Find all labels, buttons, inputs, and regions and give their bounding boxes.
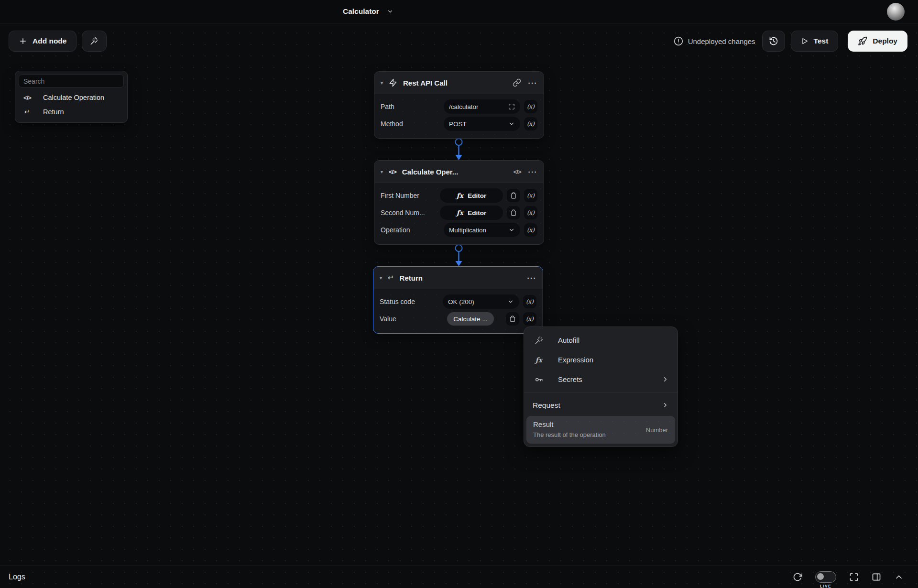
field-label: First Number xyxy=(381,192,440,199)
history-icon xyxy=(769,36,778,46)
value-reference-chip[interactable]: Calculate ... xyxy=(447,312,493,326)
field-label: Value xyxy=(380,315,439,323)
toolbar-right: Undeployed changes Test Deploy xyxy=(674,31,907,52)
fx-icon: ƒx xyxy=(533,356,545,364)
field-row-path: Path /calculator (x) xyxy=(381,98,537,115)
connector xyxy=(452,243,466,267)
fullscreen-button[interactable] xyxy=(849,572,859,582)
field-label: Second Num... xyxy=(381,209,440,217)
first-number-editor-button[interactable]: ƒx Editor xyxy=(440,188,503,203)
more-menu-button[interactable]: ··· xyxy=(527,274,537,282)
toggle-knob xyxy=(817,573,824,580)
search-item-return[interactable]: ↵ Return xyxy=(19,105,124,119)
value-chip-label: Calculate ... xyxy=(453,316,487,323)
live-toggle[interactable]: LIVE xyxy=(815,571,836,588)
editor-label: Editor xyxy=(468,209,486,217)
menu-item-autofill[interactable]: Autofill xyxy=(524,330,678,350)
menu-item-label: Request xyxy=(533,401,662,410)
field-label: Path xyxy=(381,103,444,110)
expression-toggle-button[interactable]: (x) xyxy=(524,100,537,113)
collapse-caret-icon[interactable]: ▾ xyxy=(381,169,383,174)
live-label: LIVE xyxy=(820,584,831,588)
node-header[interactable]: ▾ Rest API Call ··· xyxy=(374,72,544,94)
key-icon xyxy=(533,375,545,384)
expression-toggle-button[interactable]: (x) xyxy=(524,189,537,202)
return-icon: ↵ xyxy=(388,273,394,282)
expression-toggle-button[interactable]: (x) xyxy=(524,117,537,131)
expression-toggle-button[interactable]: (x) xyxy=(523,312,536,326)
expression-toggle-button[interactable]: (x) xyxy=(523,295,536,308)
status-code-select[interactable]: OK (200) xyxy=(443,294,519,309)
expression-toggle-button[interactable]: (x) xyxy=(524,206,537,219)
test-label: Test xyxy=(814,37,829,45)
collapse-caret-icon[interactable]: ▾ xyxy=(380,275,382,281)
expand-logs-button[interactable] xyxy=(894,572,904,582)
search-item-calculate-operation[interactable]: </> Calculate Operation xyxy=(19,90,124,105)
chevron-down-icon xyxy=(508,120,515,127)
avatar[interactable] xyxy=(887,3,905,21)
trash-icon xyxy=(510,192,517,199)
more-menu-button[interactable]: ··· xyxy=(528,79,538,87)
link-icon[interactable] xyxy=(513,78,521,87)
menu-item-label: Secrets xyxy=(558,375,662,383)
result-type-badge: Number xyxy=(646,426,668,434)
workflow-title-dropdown[interactable]: Calculator xyxy=(343,0,393,23)
undeployed-status: Undeployed changes xyxy=(674,36,755,46)
zap-icon xyxy=(389,78,397,87)
node-header[interactable]: ▾ </> Calculate Oper... </> ··· xyxy=(374,161,544,183)
field-row-second-number: Second Num... ƒx Editor (x) xyxy=(381,204,537,221)
undeployed-label: Undeployed changes xyxy=(688,37,755,45)
code-icon: </> xyxy=(22,94,32,101)
output-port[interactable] xyxy=(456,139,462,145)
trash-icon xyxy=(509,316,516,322)
node-body: First Number ƒx Editor (x) Second Num...… xyxy=(374,183,544,244)
deploy-button[interactable]: Deploy xyxy=(848,31,907,52)
wand-icon xyxy=(533,336,545,345)
search-item-label: Return xyxy=(43,108,64,116)
menu-item-secrets[interactable]: Secrets xyxy=(524,370,678,389)
status-code-value: OK (200) xyxy=(448,298,507,305)
fx-icon: ƒx xyxy=(457,192,463,199)
path-input[interactable]: /calculator xyxy=(444,99,520,114)
ai-wand-button[interactable] xyxy=(82,31,107,52)
top-bar: Calculator xyxy=(0,0,918,23)
logs-label: Logs xyxy=(9,573,25,581)
clear-value-button[interactable] xyxy=(507,189,520,202)
collapse-caret-icon[interactable]: ▾ xyxy=(381,80,383,86)
expression-toggle-button[interactable]: (x) xyxy=(524,223,537,237)
field-row-value: Value Calculate ... (x) xyxy=(380,310,536,327)
chevron-right-icon xyxy=(662,376,669,383)
field-row-operation: Operation Multiplication (x) xyxy=(381,221,537,239)
test-button[interactable]: Test xyxy=(791,31,839,52)
second-number-editor-button[interactable]: ƒx Editor xyxy=(440,206,503,220)
refresh-button[interactable] xyxy=(793,572,802,582)
side-panel-button[interactable] xyxy=(872,572,881,582)
play-icon xyxy=(801,37,809,45)
node-header[interactable]: ▾ ↵ Return ··· xyxy=(373,267,543,289)
plus-icon xyxy=(19,37,27,45)
add-node-button[interactable]: Add node xyxy=(9,31,76,52)
more-menu-button[interactable]: ··· xyxy=(528,168,538,175)
toggle-track[interactable] xyxy=(815,571,836,583)
menu-item-request[interactable]: Request xyxy=(524,395,678,415)
operation-select[interactable]: Multiplication xyxy=(444,223,520,237)
chevron-down-icon xyxy=(387,8,393,15)
method-select[interactable]: POST xyxy=(444,117,520,131)
output-port[interactable] xyxy=(456,245,462,251)
history-button[interactable] xyxy=(762,31,785,52)
search-input[interactable] xyxy=(19,75,124,87)
menu-item-result[interactable]: Result The result of the operation Numbe… xyxy=(526,416,675,444)
view-code-button[interactable]: </> xyxy=(514,168,521,175)
node-title: Calculate Oper... xyxy=(402,168,508,176)
chevron-down-icon xyxy=(507,298,514,305)
node-return: ▾ ↵ Return ··· Status code OK (200) (x) … xyxy=(373,266,543,334)
fx-icon: ƒx xyxy=(457,209,463,217)
add-node-label: Add node xyxy=(33,37,66,45)
node-body: Status code OK (200) (x) Value Calculate… xyxy=(373,289,543,333)
menu-item-expression[interactable]: ƒx Expression xyxy=(524,350,678,370)
clear-value-button[interactable] xyxy=(506,312,519,326)
alert-icon xyxy=(674,36,683,46)
clear-value-button[interactable] xyxy=(507,206,520,219)
field-row-first-number: First Number ƒx Editor (x) xyxy=(381,187,537,204)
code-icon: </> xyxy=(389,168,396,175)
